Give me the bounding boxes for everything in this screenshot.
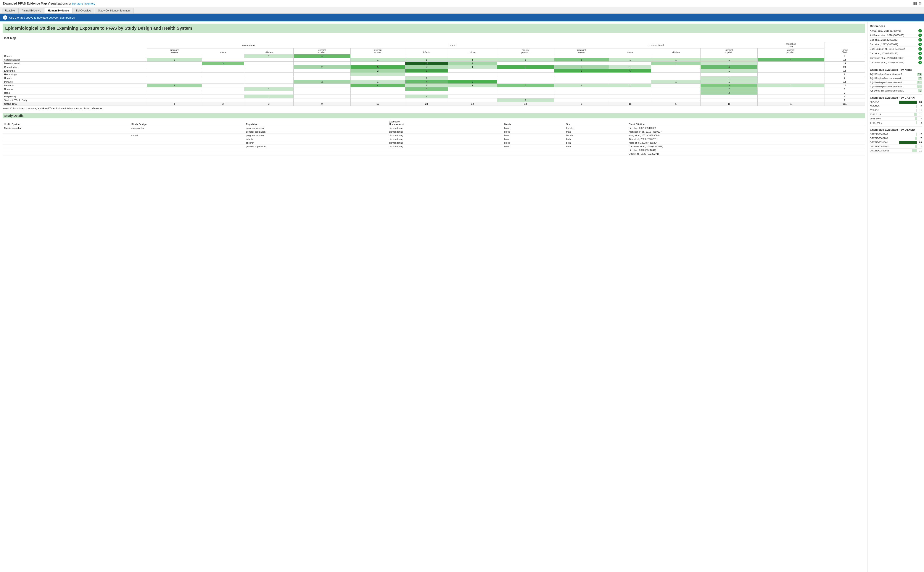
heatmap-cell[interactable] bbox=[147, 91, 202, 95]
heatmap-cell[interactable]: 1 bbox=[497, 98, 554, 102]
reference-link-icon[interactable]: ➤ bbox=[918, 38, 922, 42]
heatmap-cell[interactable] bbox=[448, 69, 497, 73]
heatmap-cell[interactable] bbox=[244, 65, 294, 69]
heatmap-cell[interactable]: 4 bbox=[701, 65, 758, 69]
heatmap-cell[interactable] bbox=[497, 80, 554, 84]
heatmap-cell[interactable] bbox=[758, 73, 824, 76]
heatmap-cell[interactable] bbox=[651, 91, 701, 95]
heatmap-cell[interactable] bbox=[202, 95, 244, 98]
heatmap-cell[interactable] bbox=[448, 91, 497, 95]
heatmap-cell[interactable] bbox=[651, 95, 701, 98]
heatmap-cell[interactable] bbox=[448, 73, 497, 76]
tab-human-evidence[interactable]: Human Evidence bbox=[45, 8, 72, 13]
heatmap-cell[interactable]: 1 bbox=[609, 58, 651, 61]
chem-name-item[interactable]: 4,8-Dioxa-3H-perfluorononanoi.. 1 bbox=[870, 89, 922, 93]
heatmap-cell[interactable]: 2 bbox=[147, 84, 202, 87]
heatmap-cell[interactable] bbox=[758, 54, 824, 58]
heatmap-cell[interactable] bbox=[294, 61, 350, 65]
heatmap-cell[interactable]: 2 bbox=[554, 65, 609, 69]
reference-item[interactable]: Ait Bamai et al., 2020 (6833636) ➤ bbox=[870, 33, 922, 38]
heatmap-cell[interactable] bbox=[202, 98, 244, 102]
heatmap-cell[interactable]: 4 bbox=[758, 58, 824, 61]
heatmap-cell[interactable]: 6 bbox=[405, 69, 448, 73]
heatmap-cell[interactable] bbox=[651, 87, 701, 91]
heatmap-cell[interactable] bbox=[758, 91, 824, 95]
heatmap-cell[interactable] bbox=[405, 54, 448, 58]
heatmap-cell[interactable] bbox=[244, 91, 294, 95]
heatmap-cell[interactable]: 1 bbox=[651, 58, 701, 61]
heatmap-cell[interactable]: 1 bbox=[497, 58, 554, 61]
heatmap-cell[interactable] bbox=[405, 73, 448, 76]
heatmap-cell[interactable]: 1 bbox=[405, 76, 448, 80]
heatmap-cell[interactable] bbox=[294, 76, 350, 80]
chem-dtxsid-item[interactable]: DTXSID3040148 2 bbox=[870, 132, 922, 136]
heatmap-cell[interactable] bbox=[350, 98, 405, 102]
heatmap-cell[interactable] bbox=[147, 73, 202, 76]
heatmap-cell[interactable] bbox=[147, 95, 202, 98]
heatmap-cell[interactable] bbox=[350, 54, 405, 58]
heatmap-cell[interactable] bbox=[244, 61, 294, 65]
heatmap-cell[interactable] bbox=[554, 73, 609, 76]
heatmap-cell[interactable] bbox=[758, 69, 824, 73]
heatmap-cell[interactable] bbox=[651, 69, 701, 73]
heatmap-cell[interactable]: 1 bbox=[701, 69, 758, 73]
heatmap-cell[interactable]: 5 bbox=[609, 69, 651, 73]
chem-dtxsid-item[interactable]: DTXSID00873014 7 bbox=[870, 145, 922, 149]
heatmap-cell[interactable] bbox=[554, 87, 609, 91]
literature-inventory-link[interactable]: literature inventory bbox=[72, 2, 95, 5]
heatmap-cell[interactable]: 5 bbox=[497, 65, 554, 69]
heatmap-cell[interactable]: 1 bbox=[244, 95, 294, 98]
heatmap-cell[interactable] bbox=[651, 98, 701, 102]
heatmap-cell[interactable] bbox=[497, 73, 554, 76]
heatmap-cell[interactable] bbox=[294, 91, 350, 95]
heatmap-cell[interactable] bbox=[554, 98, 609, 102]
heatmap-cell[interactable] bbox=[758, 76, 824, 80]
heatmap-cell[interactable]: 1 bbox=[554, 84, 609, 87]
heatmap-cell[interactable] bbox=[758, 65, 824, 69]
heatmap-cell[interactable]: 3 bbox=[554, 58, 609, 61]
heatmap-cell[interactable] bbox=[609, 80, 651, 84]
heatmap-cell[interactable]: 1 bbox=[147, 58, 202, 61]
heatmap-cell[interactable] bbox=[405, 91, 448, 95]
reference-link-icon[interactable]: ➤ bbox=[918, 56, 922, 60]
chem-casrn-item[interactable]: 2991-50-6 7 bbox=[870, 117, 922, 121]
heatmap-cell[interactable] bbox=[202, 58, 244, 61]
heatmap-cell[interactable]: 2 bbox=[448, 61, 497, 65]
heatmap-cell[interactable] bbox=[147, 98, 202, 102]
heatmap-cell[interactable] bbox=[147, 54, 202, 58]
heatmap-cell[interactable] bbox=[202, 80, 244, 84]
heatmap-cell[interactable] bbox=[350, 76, 405, 80]
heatmap-cell[interactable] bbox=[609, 73, 651, 76]
heatmap-cell[interactable] bbox=[350, 61, 405, 65]
reference-link-icon[interactable]: ➤ bbox=[918, 61, 922, 64]
heatmap-cell[interactable] bbox=[609, 54, 651, 58]
heatmap-cell[interactable] bbox=[202, 87, 244, 91]
heatmap-cell[interactable] bbox=[147, 76, 202, 80]
heatmap-cell[interactable] bbox=[609, 91, 651, 95]
heatmap-cell[interactable]: 1 bbox=[448, 58, 497, 61]
heatmap-cell[interactable] bbox=[497, 95, 554, 98]
heatmap-cell[interactable] bbox=[448, 76, 497, 80]
heatmap-cell[interactable] bbox=[147, 65, 202, 69]
heatmap-cell[interactable] bbox=[294, 98, 350, 102]
reference-item[interactable]: Bae et al., 2015 (2850239) ➤ bbox=[870, 38, 922, 42]
heatmap-cell[interactable] bbox=[701, 95, 758, 98]
heatmap-cell[interactable]: 5 bbox=[350, 65, 405, 69]
heatmap-cell[interactable]: 4 bbox=[405, 80, 448, 84]
heatmap-cell[interactable] bbox=[202, 84, 244, 87]
heatmap-cell[interactable] bbox=[497, 91, 554, 95]
heatmap-cell[interactable] bbox=[651, 65, 701, 69]
tab-animal-evidence[interactable]: Animal Evidence bbox=[19, 8, 44, 13]
tab-epi-overview[interactable]: Epi Overview bbox=[73, 8, 94, 13]
heatmap-cell[interactable] bbox=[244, 80, 294, 84]
heatmap-cell[interactable] bbox=[701, 98, 758, 102]
heatmap-cell[interactable] bbox=[244, 73, 294, 76]
heatmap-cell[interactable] bbox=[497, 54, 554, 58]
heatmap-cell[interactable] bbox=[244, 84, 294, 87]
heatmap-cell[interactable] bbox=[651, 76, 701, 80]
reference-item[interactable]: Cardenas et al., 2018 (6324899) ➤ bbox=[870, 56, 922, 61]
heatmap-cell[interactable] bbox=[294, 58, 350, 61]
heatmap-cell[interactable] bbox=[609, 76, 651, 80]
heatmap-cell[interactable] bbox=[202, 76, 244, 80]
heatmap-cell[interactable]: 5 bbox=[554, 69, 609, 73]
